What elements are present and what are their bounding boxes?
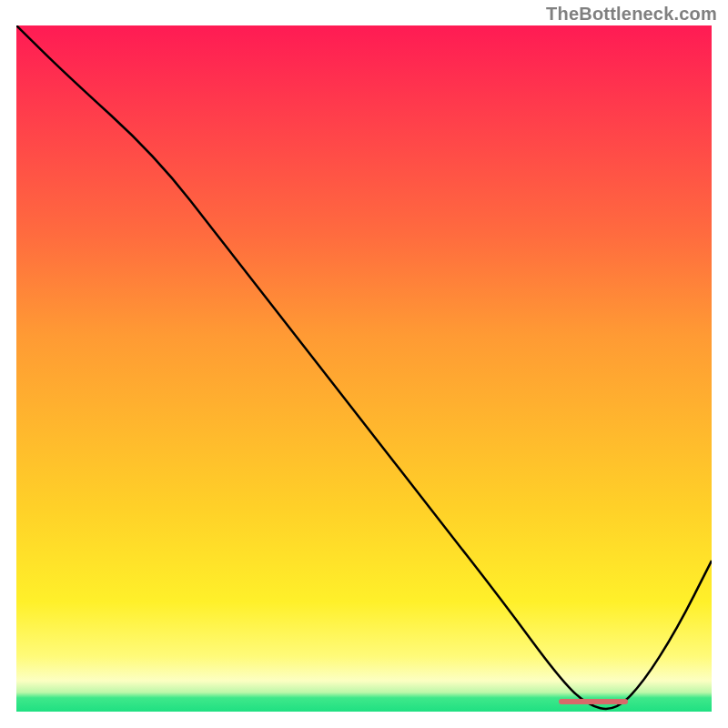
watermark-text: TheBottleneck.com bbox=[546, 4, 717, 25]
optimal-range-marker bbox=[559, 699, 628, 704]
chart-curve bbox=[16, 25, 712, 712]
plot-area bbox=[16, 25, 712, 712]
curve-path bbox=[16, 25, 712, 709]
